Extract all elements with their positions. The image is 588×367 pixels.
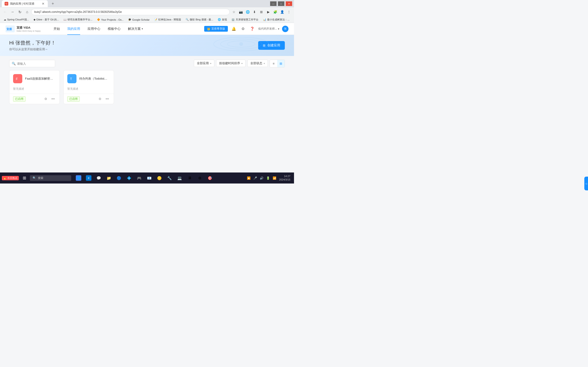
- network-icon[interactable]: 🔼: [246, 175, 251, 181]
- maximize-button[interactable]: □: [278, 1, 284, 6]
- nav-menu: 开始 我的应用 应用中心 模板中心 解决方案 ▾: [50, 23, 204, 35]
- bookmark-item-2[interactable]: 📖 研究生教育教学平台...: [61, 17, 94, 22]
- nav-item-solution[interactable]: 解决方案 ▾: [124, 23, 147, 35]
- translate-button[interactable]: 🌐: [244, 9, 251, 15]
- bookmark-item-5[interactable]: 📝 狂神说Java - 博客园: [152, 17, 183, 22]
- home-button[interactable]: ⌂: [24, 9, 30, 15]
- search-input[interactable]: [17, 62, 56, 65]
- bookmark-button[interactable]: ☆: [231, 9, 237, 15]
- taskbar-app-chat[interactable]: 💬: [94, 173, 103, 183]
- forward-button[interactable]: →: [9, 9, 16, 15]
- taskbar-edge-icon: e: [86, 175, 91, 181]
- app-card-header-1: T 待办列表（Todolist）_...: [64, 70, 114, 87]
- taskbar-app-settings[interactable]: ⚙: [195, 173, 204, 183]
- taskbar-app-mail[interactable]: 📧: [145, 173, 154, 183]
- address-bar[interactable]: [31, 9, 230, 15]
- bookmark-icon-5: 📝: [154, 18, 157, 21]
- bookmark-icon-9: 📊: [263, 18, 266, 21]
- menu-button[interactable]: ⋮: [286, 9, 292, 15]
- taskbar-app-teams[interactable]: 💠: [124, 173, 134, 183]
- filter-sort-button[interactable]: 按创建时间排序 ▾: [216, 60, 246, 67]
- hotspot-button[interactable]: 🔥 今日热点: [2, 176, 19, 180]
- help-icon-button[interactable]: ❓: [249, 26, 255, 32]
- minimize-button[interactable]: —: [270, 1, 277, 6]
- premium-button[interactable]: 👑 宜搭尊享版: [204, 26, 228, 32]
- browser-tab[interactable]: 钉 我的应用 | 钉钉宜搭 ✕: [2, 0, 48, 7]
- filter-buttons: 全部应用 ▾ 按创建时间排序 ▾ 全部状态 ▾ ≡ ⊞: [194, 60, 285, 67]
- new-tab-button[interactable]: +: [50, 0, 56, 7]
- taskbar-chrome-icon: 🔵: [116, 175, 122, 181]
- more-app-button-0[interactable]: •••: [50, 96, 56, 102]
- settings-app-button-1[interactable]: ⚙: [97, 96, 103, 102]
- bookmark-icon-4: 🎓: [128, 18, 131, 21]
- settings-icon-button[interactable]: ⚙: [240, 26, 246, 32]
- start-button[interactable]: ⊞: [20, 173, 29, 183]
- profile-button[interactable]: 👤: [279, 9, 285, 15]
- bookmark-item-9[interactable]: 📊 最小生成树算法：...: [261, 17, 291, 22]
- bookmark-item-3[interactable]: 🔶 Your Projects - Ov...: [95, 18, 125, 22]
- close-button[interactable]: ✕: [286, 1, 292, 6]
- bookmark-item-0[interactable]: ☁ Spring Cloud中国...: [2, 17, 31, 22]
- nav-item-template[interactable]: 模板中心: [104, 23, 124, 35]
- grid-view-button[interactable]: ⊞: [277, 60, 285, 67]
- app-card-footer-0: 已启用 ⚙ •••: [9, 94, 60, 104]
- bookmark-item-8[interactable]: 🏢 天津港智慧工作平台: [230, 17, 260, 22]
- nav-item-appcenter[interactable]: 应用中心: [84, 23, 104, 35]
- bookmark-item-7[interactable]: 🌐 发现: [216, 17, 229, 22]
- tab-close-button[interactable]: ✕: [41, 2, 45, 6]
- taskbar-search[interactable]: 🔍 搜索: [30, 175, 71, 181]
- taskbar: 🔥 今日热点 ⊞ 🔍 搜索 🌐 e 💬 📁 🔵: [0, 173, 294, 184]
- cast-button[interactable]: ▶: [265, 9, 271, 15]
- taskbar-app-eclipse[interactable]: 🟡: [155, 173, 164, 183]
- download-button[interactable]: ⬇: [251, 9, 258, 15]
- bookmark-item-10[interactable]: ⚡ Bootstrap - The m...: [292, 18, 294, 22]
- filter-status-button[interactable]: 全部状态 ▾: [247, 60, 268, 67]
- taskbar-app-monitor[interactable]: 🖥: [185, 173, 194, 183]
- app-header: 宜搭 宜搭 YIDA Make Work Easy & Happy 开始 我的应…: [0, 23, 294, 35]
- filter-all-apps-button[interactable]: 全部应用 ▾: [194, 60, 214, 67]
- taskbar-app-browser[interactable]: 🌐: [74, 173, 83, 183]
- refresh-button[interactable]: ↻: [17, 9, 23, 15]
- taskbar-apps: 🌐 e 💬 📁 🔵 💠 🎮 📧 �: [74, 173, 215, 183]
- taskbar-app-game[interactable]: 🎮: [135, 173, 144, 183]
- nav-item-myapp[interactable]: 我的应用: [64, 23, 84, 35]
- nav-item-start[interactable]: 开始: [50, 23, 64, 35]
- tab-title: 我的应用 | 钉钉宜搭: [10, 2, 40, 6]
- developer-mode-button[interactable]: 低代码开发师... ▾: [258, 27, 279, 31]
- taskbar-app-target[interactable]: 🎯: [205, 173, 215, 183]
- battery-icon[interactable]: 🔋: [265, 175, 271, 181]
- clock[interactable]: 14:27 2024/3/15: [279, 175, 290, 182]
- wifi-icon[interactable]: 📶: [272, 175, 277, 181]
- taskbar-app-folder[interactable]: 📁: [104, 173, 113, 183]
- speaker-icon[interactable]: 🔊: [259, 175, 264, 181]
- more-app-button-1[interactable]: •••: [104, 96, 110, 102]
- bookmark-item-6[interactable]: 🔍 微软 Bing 搜索 - 最...: [184, 17, 215, 22]
- extensions-button[interactable]: 🧩: [272, 9, 278, 15]
- apps-button[interactable]: ⊞: [258, 9, 265, 15]
- bookmark-icon-3: 🔶: [97, 18, 100, 21]
- bookmark-icon-8: 🏢: [232, 18, 235, 21]
- bookmark-label-0: Spring Cloud中国...: [7, 18, 29, 21]
- bookmark-item-1[interactable]: ◆ Gitee - 基于 Git 的...: [32, 17, 61, 22]
- logo[interactable]: 宜搭 宜搭 YIDA Make Work Easy & Happy: [6, 25, 41, 33]
- taskbar-target-icon: 🎯: [207, 175, 213, 181]
- premium-icon: 👑: [207, 27, 210, 31]
- back-button[interactable]: ←: [2, 9, 8, 15]
- hero-banner: Hi 张曾然，下午好！ 你可以从这里开始创建应用～ ⊞ 创建应用: [0, 35, 294, 56]
- clock-date: 2024/3/15: [279, 178, 290, 181]
- taskbar-vscode-icon: 💻: [177, 175, 182, 181]
- avatar[interactable]: 张: [282, 26, 288, 32]
- settings-app-button-0[interactable]: ⚙: [43, 96, 48, 102]
- taskbar-app-idea[interactable]: 🔧: [165, 173, 174, 183]
- search-box[interactable]: 🔍: [9, 60, 55, 67]
- profile-picture-button[interactable]: 📷: [237, 9, 244, 15]
- taskbar-app-edge[interactable]: e: [84, 173, 93, 183]
- list-view-button[interactable]: ≡: [270, 60, 277, 67]
- taskbar-app-vscode[interactable]: 💻: [175, 173, 184, 183]
- app-grid: F FaaS连接器加解密系统_... 暂无描述 已启用 ⚙ •••: [0, 70, 294, 104]
- bell-icon-button[interactable]: 🔔: [231, 26, 237, 32]
- app-icon-1: T: [67, 74, 77, 83]
- bookmark-item-4[interactable]: 🎓 Google Scholar: [126, 18, 152, 22]
- taskbar-app-chrome[interactable]: 🔵: [114, 173, 124, 183]
- microphone-icon[interactable]: 🎤: [252, 175, 258, 181]
